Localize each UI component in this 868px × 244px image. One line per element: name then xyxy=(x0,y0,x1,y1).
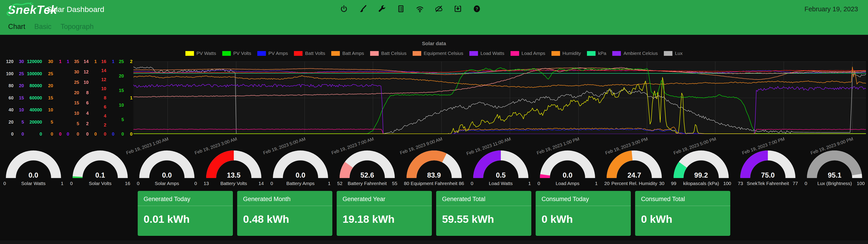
ytick-pv-volts: 25 xyxy=(119,59,124,64)
date-label: February 19, 2023 xyxy=(804,5,858,13)
card-value: 0.01 kWh xyxy=(138,206,233,232)
ytick-batt-volts: 0 xyxy=(104,132,106,137)
ytick-pv-watts: 0 xyxy=(130,132,132,137)
legend-item-batt-celsius[interactable]: Batt Celsius xyxy=(370,50,406,56)
ytick-humidity: 5 xyxy=(51,119,53,125)
ytick-batt-celsius: 8 xyxy=(86,90,89,95)
ytick-batt-celsius: 10 xyxy=(84,80,89,85)
card-title: Consumed Today xyxy=(541,196,625,203)
wrench-icon[interactable] xyxy=(378,4,386,13)
ytick-batt-volts: 14 xyxy=(101,68,106,73)
legend-item-batt-volts[interactable]: Batt Volts xyxy=(294,50,325,56)
ytick-lux: 40 xyxy=(8,107,13,112)
ytick-batt-volts: 8 xyxy=(104,95,106,101)
cloud-off-icon[interactable] xyxy=(435,4,443,13)
tab-basic[interactable]: Basic xyxy=(34,23,52,31)
legend-swatch-batt-volts xyxy=(294,51,303,56)
power-icon[interactable] xyxy=(340,4,348,13)
card-title: Generated Month xyxy=(243,196,327,203)
card-header: Consumed Today xyxy=(536,191,631,206)
legend-swatch-kpa xyxy=(587,51,595,56)
legend-item-equipment-celsius[interactable]: Equipment Celsius xyxy=(413,50,463,56)
cards-row: Generated Today0.01 kWhGenerated Month0.… xyxy=(0,191,868,236)
card-value: 0.48 kWh xyxy=(237,206,332,232)
gauge-load-watts: 0.50Load Watts1 xyxy=(467,146,534,187)
legend-item-load-watts[interactable]: Load Watts xyxy=(469,50,504,56)
gauge-labels: 0Solar Volts16 xyxy=(69,181,132,187)
gauge-max: 30 xyxy=(659,181,664,186)
ytick-pv-volts: 10 xyxy=(119,103,124,108)
legend-label: Equipment Celsius xyxy=(424,50,463,56)
help-icon[interactable]: ? xyxy=(472,4,481,13)
ytick-pv-volts: 20 xyxy=(119,73,124,79)
gauge-max: 86 xyxy=(459,181,464,186)
legend-swatch-batt-celsius xyxy=(370,51,379,56)
export-icon[interactable] xyxy=(454,4,462,13)
ytick-kpa: 20000 xyxy=(29,119,42,125)
legend-item-batt-amps[interactable]: Batt Amps xyxy=(331,50,364,56)
svg-text:?: ? xyxy=(475,6,478,11)
legend-item-humidity[interactable]: Humidity xyxy=(552,50,581,56)
gauge-name: Solar Volts xyxy=(69,181,132,186)
legend-item-pv-watts[interactable]: PV Watts xyxy=(185,50,216,56)
legend-item-kpa[interactable]: kPa xyxy=(587,50,606,56)
gauge-labels: 20Percent Rel. Humidity30 xyxy=(603,181,665,187)
gauge-arc-lux-brightness: 95.1 xyxy=(804,146,865,180)
ytick-batt-volts: 16 xyxy=(101,59,106,64)
gauge-max: 77 xyxy=(793,181,798,186)
ytick-load-amps: 1 xyxy=(59,59,62,64)
tab-topograph[interactable]: Topograph xyxy=(61,23,94,31)
gauge-arc-battery-amps: 0.0 xyxy=(270,146,331,180)
legend-swatch-equipment-celsius xyxy=(413,51,421,56)
ytick-lux: 20 xyxy=(8,119,13,125)
gauge-arc-battery-fahrenheit: 52.6 xyxy=(337,146,398,180)
legend-item-lux[interactable]: Lux xyxy=(664,50,683,56)
ytick-kpa: 120000 xyxy=(27,59,42,64)
card-value: 0 kWh xyxy=(635,206,730,232)
gauge-snektek-fahrenheit: 75.073SnekTek Fahrenheit77 xyxy=(734,146,801,187)
ytick-equipment-celsius: 25 xyxy=(74,80,79,85)
gauge-value: 99.2 xyxy=(671,171,732,179)
wifi-icon[interactable] xyxy=(415,4,424,13)
card-generated-today: Generated Today0.01 kWh xyxy=(138,191,233,236)
gauge-load-amps: 0.00Load Amps1 xyxy=(534,146,601,187)
legend-item-load-amps[interactable]: Load Amps xyxy=(510,50,545,56)
ytick-pv-volts: 15 xyxy=(119,88,124,93)
legend-item-pv-amps[interactable]: PV Amps xyxy=(257,50,288,56)
gauge-name: Equipment Fahrenheit xyxy=(403,181,466,186)
legend-item-pv-volts[interactable]: PV Volts xyxy=(222,50,251,56)
ytick-batt-amps: 0 xyxy=(94,132,97,137)
legend-item-ambient-celcius[interactable]: Ambient Celcius xyxy=(612,50,658,56)
legend-label: PV Volts xyxy=(233,50,251,56)
ytick-kpa: 60000 xyxy=(29,95,42,101)
gauge-battery-volts: 13.513Battery Volts14 xyxy=(200,146,267,187)
gauge-percent-rel-humidity: 24.720Percent Rel. Humidity30 xyxy=(601,146,668,187)
ytick-pv-watts: 2 xyxy=(130,59,132,64)
gauge-name: Battery Volts xyxy=(203,181,265,186)
gauge-arc-load-amps: 0.0 xyxy=(537,146,598,180)
tab-chart[interactable]: Chart xyxy=(8,23,25,31)
gauge-value: 0.0 xyxy=(136,171,197,179)
ytick-batt-volts: 4 xyxy=(104,113,106,118)
legend-label: Load Amps xyxy=(522,50,545,56)
ytick-batt-volts: 10 xyxy=(101,86,106,91)
legend-swatch-humidity xyxy=(552,51,560,56)
legend-label: Batt Celsius xyxy=(381,50,406,56)
legend-label: Lux xyxy=(675,50,683,56)
legend-label: Load Watts xyxy=(480,50,504,56)
ytick-batt-celsius: 14 xyxy=(84,59,89,64)
card-title: Generated Today xyxy=(144,196,227,203)
ytick-batt-volts: 12 xyxy=(101,77,106,82)
legend-swatch-pv-watts xyxy=(185,51,194,56)
ytick-humidity: 10 xyxy=(48,107,53,112)
legend-swatch-ambient-celcius xyxy=(612,51,621,56)
gauge-arc-snektek-fahrenheit: 75.0 xyxy=(737,146,798,180)
gauge-name: Load Amps xyxy=(536,181,599,186)
gauge-name: Load Watts xyxy=(469,181,532,186)
form-icon[interactable] xyxy=(397,4,405,13)
ytick-ambient-celcius: 25 xyxy=(19,71,24,76)
ytick-kpa: 100000 xyxy=(27,71,42,76)
brush-icon[interactable] xyxy=(359,4,367,13)
gauge-kilopascals-kpa: 99.299kilopascals (kPa)100 xyxy=(668,146,734,187)
card-header: Consumed Total xyxy=(635,191,730,206)
